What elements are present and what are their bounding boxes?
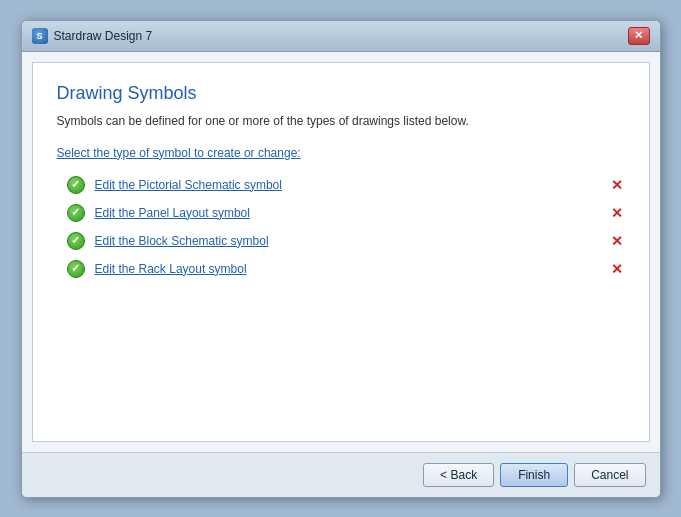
delete-icon[interactable] <box>609 261 625 277</box>
close-button[interactable]: ✕ <box>628 27 650 45</box>
select-label-prefix: Select the <box>57 146 114 160</box>
title-bar: S Stardraw Design 7 ✕ <box>22 21 660 52</box>
subtitle-text: Symbols can be defined for one or more o… <box>57 114 625 128</box>
finish-button[interactable]: Finish <box>500 463 568 487</box>
list-item: Edit the Rack Layout symbol <box>67 258 625 280</box>
list-item: Edit the Pictorial Schematic symbol <box>67 174 625 196</box>
footer: < Back Finish Cancel <box>22 452 660 497</box>
title-bar-left: S Stardraw Design 7 <box>32 28 153 44</box>
delete-icon[interactable] <box>609 177 625 193</box>
check-icon <box>67 232 85 250</box>
select-label: Select the type of symbol to create or c… <box>57 146 625 160</box>
window-title: Stardraw Design 7 <box>54 29 153 43</box>
content-area: Drawing Symbols Symbols can be defined f… <box>32 62 650 442</box>
check-icon <box>67 176 85 194</box>
select-label-suffix: to create or change: <box>191 146 301 160</box>
check-icon <box>67 204 85 222</box>
app-icon: S <box>32 28 48 44</box>
list-item: Edit the Panel Layout symbol <box>67 202 625 224</box>
page-title: Drawing Symbols <box>57 83 625 104</box>
list-item: Edit the Block Schematic symbol <box>67 230 625 252</box>
symbol-list: Edit the Pictorial Schematic symbol Edit… <box>57 174 625 280</box>
back-button[interactable]: < Back <box>423 463 494 487</box>
symbol-link[interactable]: Edit the Panel Layout symbol <box>95 206 599 220</box>
delete-icon[interactable] <box>609 233 625 249</box>
main-window: S Stardraw Design 7 ✕ Drawing Symbols Sy… <box>21 20 661 498</box>
symbol-link[interactable]: Edit the Block Schematic symbol <box>95 234 599 248</box>
symbol-link[interactable]: Edit the Pictorial Schematic symbol <box>95 178 599 192</box>
check-icon <box>67 260 85 278</box>
cancel-button[interactable]: Cancel <box>574 463 645 487</box>
delete-icon[interactable] <box>609 205 625 221</box>
symbol-link[interactable]: Edit the Rack Layout symbol <box>95 262 599 276</box>
select-label-link[interactable]: type of symbol <box>113 146 190 160</box>
